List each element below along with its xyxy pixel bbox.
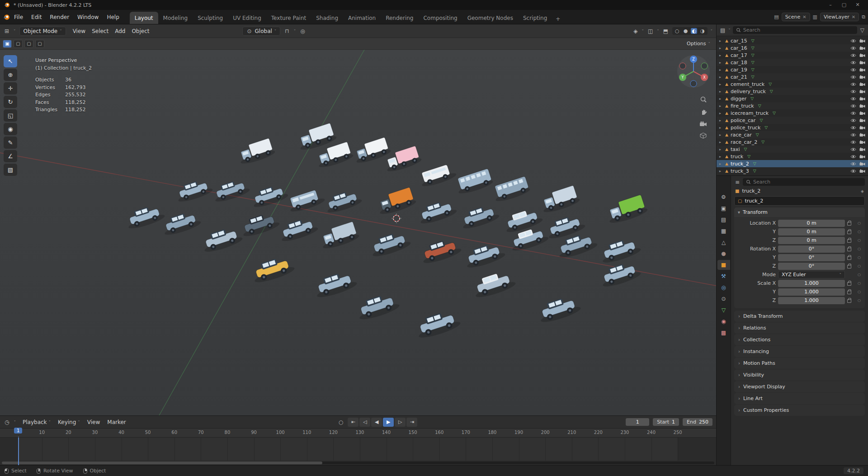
vehicle-car-20[interactable] <box>124 203 166 231</box>
close-button[interactable]: ✕ <box>851 0 864 10</box>
eye-icon[interactable] <box>850 126 856 130</box>
shading-material-icon[interactable]: ◐ <box>691 28 697 34</box>
section-collections[interactable]: ›Collections <box>734 334 865 345</box>
rotation-mode-decorator[interactable]: ○ <box>856 273 862 277</box>
options-button[interactable]: Options ˅ <box>684 40 713 47</box>
scale-decorator-z[interactable]: ○ <box>856 298 862 302</box>
rotation-decorator-y[interactable]: ○ <box>856 255 862 259</box>
gizmo-caret[interactable]: ˅ <box>642 29 644 33</box>
expand-arrow-icon[interactable]: ▸ <box>719 126 723 130</box>
section-delta-transform[interactable]: ›Delta Transform <box>734 311 865 322</box>
timeline-menu-playback[interactable]: Playback˅ <box>19 418 54 427</box>
scene-unlink-icon[interactable]: ✕ <box>802 14 806 19</box>
outliner-item-truck-2[interactable]: ▸▲truck_2▽ <box>717 160 868 167</box>
orientation-dropdown[interactable]: ⊙ Global ˅ <box>242 27 281 36</box>
camera-icon[interactable] <box>859 140 865 144</box>
snap-magnet-icon[interactable]: ⊓ <box>284 28 290 34</box>
workspace-tab-rendering[interactable]: Rendering <box>381 12 418 24</box>
select-mode-set-icon[interactable]: ▣ <box>3 40 12 48</box>
proportional-edit-icon[interactable]: ◎ <box>299 28 306 34</box>
eye-icon[interactable] <box>850 61 856 65</box>
select-mode-intersect-icon[interactable]: ▢ <box>35 40 44 48</box>
camera-icon[interactable] <box>859 147 865 151</box>
eye-icon[interactable] <box>850 162 856 166</box>
location-decorator-z[interactable]: ○ <box>856 238 862 242</box>
expand-arrow-icon[interactable]: ▸ <box>719 133 723 137</box>
playhead-line[interactable] <box>18 438 19 465</box>
expand-arrow-icon[interactable]: ▸ <box>719 155 723 159</box>
outliner-search-input[interactable]: Search <box>733 26 857 34</box>
eye-icon[interactable] <box>850 155 856 159</box>
workspace-tab-layout[interactable]: Layout <box>130 12 158 24</box>
3d-scene[interactable] <box>0 50 716 415</box>
rotation-mode-dropdown[interactable]: XYZ Euler˅ <box>778 271 845 278</box>
timeline-scroll-thumb[interactable] <box>2 462 322 464</box>
properties-tab-material[interactable]: ◉ <box>717 316 730 326</box>
tool-annotate[interactable]: ✎ <box>4 137 17 149</box>
vehicle-car-11[interactable] <box>212 177 251 204</box>
expand-arrow-icon[interactable]: ▸ <box>719 140 723 144</box>
camera-icon[interactable] <box>859 90 865 94</box>
expand-arrow-icon[interactable]: ▸ <box>719 118 723 123</box>
vehicle-car-36[interactable] <box>471 269 517 300</box>
viewlayer-selector[interactable]: ViewLayer ✕ <box>820 13 859 21</box>
rotation-decorator-x[interactable]: ○ <box>856 247 862 251</box>
expand-arrow-icon[interactable]: ▸ <box>719 61 723 65</box>
mode-dropdown[interactable]: Object Mode ˅ <box>19 27 66 36</box>
outliner-item-car-19[interactable]: ▸▲car_19▽ <box>717 66 868 73</box>
camera-icon[interactable] <box>859 97 865 101</box>
vehicle-bus-6[interactable] <box>454 168 494 196</box>
eye-icon[interactable] <box>850 104 856 108</box>
vehicle-truck-9[interactable] <box>604 194 649 225</box>
outliner-item-truck[interactable]: ▸▲truck▽ <box>717 153 868 160</box>
timeline-menu-keying[interactable]: Keying˅ <box>55 418 83 427</box>
outliner-editor-icon[interactable]: ▤ <box>719 27 726 33</box>
vehicle-car-22[interactable] <box>200 225 244 254</box>
camera-icon[interactable] <box>859 104 865 108</box>
eye-icon[interactable] <box>850 118 856 123</box>
vehicle-car-14[interactable] <box>324 188 363 215</box>
outliner-item-digger[interactable]: ▸▲digger▽ <box>717 95 868 102</box>
location-field-z[interactable]: 0 m <box>778 237 845 244</box>
vehicle-car-23[interactable] <box>239 211 281 239</box>
rotation-lock-icon-y[interactable] <box>847 256 851 260</box>
tool-scale[interactable]: ◱ <box>4 109 17 122</box>
shading-wireframe-icon[interactable]: ○ <box>674 28 680 34</box>
expand-arrow-icon[interactable]: ▸ <box>719 97 723 101</box>
eye-icon[interactable] <box>850 90 856 94</box>
rotation-lock-icon-z[interactable] <box>847 265 851 269</box>
jump-to-end-button[interactable]: ⇥ <box>406 418 417 427</box>
properties-tab-render[interactable]: ▣ <box>717 203 730 213</box>
camera-icon[interactable] <box>859 53 865 57</box>
tool-tweak-select[interactable]: ↖ <box>4 55 17 67</box>
timeline-track[interactable] <box>0 438 716 465</box>
expand-arrow-icon[interactable]: ▸ <box>719 53 723 57</box>
workspace-tab-texture-paint[interactable]: Texture Paint <box>266 12 311 24</box>
jump-to-start-button[interactable]: ⇤ <box>348 418 359 427</box>
playhead[interactable]: 1 <box>18 437 19 437</box>
location-field-x[interactable]: 0 m <box>778 220 845 227</box>
camera-icon[interactable] <box>859 118 865 123</box>
camera-icon[interactable] <box>859 162 865 166</box>
outliner-item-car-21[interactable]: ▸▲car_21▽ <box>717 73 868 80</box>
camera-view-icon[interactable] <box>699 121 707 127</box>
transform-panel-header[interactable]: ▾ Transform <box>734 207 865 217</box>
timeline-menu-view[interactable]: View <box>84 418 103 427</box>
scene-browse-icon[interactable]: ▤ <box>774 14 778 20</box>
section-line-art[interactable]: ›Line Art <box>734 393 865 404</box>
eye-icon[interactable] <box>850 97 856 101</box>
zoom-icon[interactable] <box>700 96 707 103</box>
eye-icon[interactable] <box>850 53 856 57</box>
tool-rotate[interactable]: ↻ <box>4 96 17 108</box>
add-workspace-button[interactable]: + <box>552 14 564 24</box>
vehicle-truck-0[interactable] <box>236 137 276 166</box>
outliner-item-police-car[interactable]: ▸▲police_car▽ <box>717 117 868 124</box>
vehicle-van-5[interactable] <box>418 163 457 189</box>
location-decorator-y[interactable]: ○ <box>856 230 862 234</box>
tool-move[interactable]: ✛ <box>4 82 17 94</box>
rotation-field-y[interactable]: 0° <box>778 254 845 261</box>
outliner-editor-caret[interactable]: ˅ <box>728 28 731 33</box>
scale-field-z[interactable]: 1.000 <box>778 297 845 304</box>
properties-tab-object[interactable]: ■ <box>717 260 730 270</box>
location-lock-icon-z[interactable] <box>847 239 851 243</box>
